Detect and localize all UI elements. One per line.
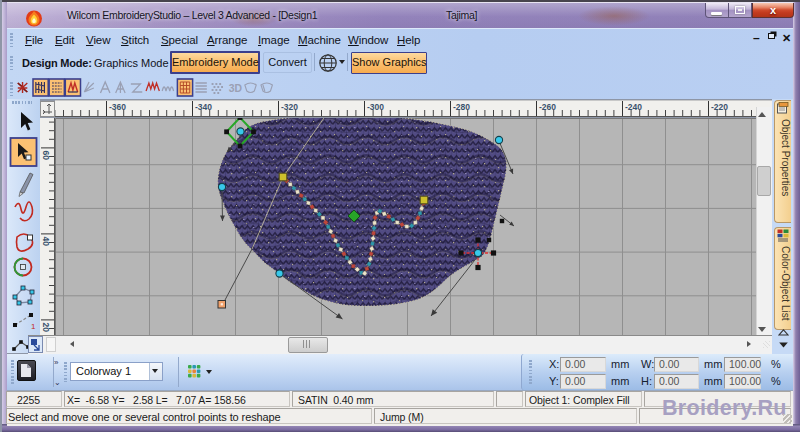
svg-text:40: 40 (41, 236, 51, 246)
svg-text:60: 60 (41, 150, 51, 160)
svg-text:3D: 3D (229, 82, 243, 94)
svg-text:20: 20 (41, 322, 51, 332)
svg-text:1: 1 (31, 322, 36, 331)
